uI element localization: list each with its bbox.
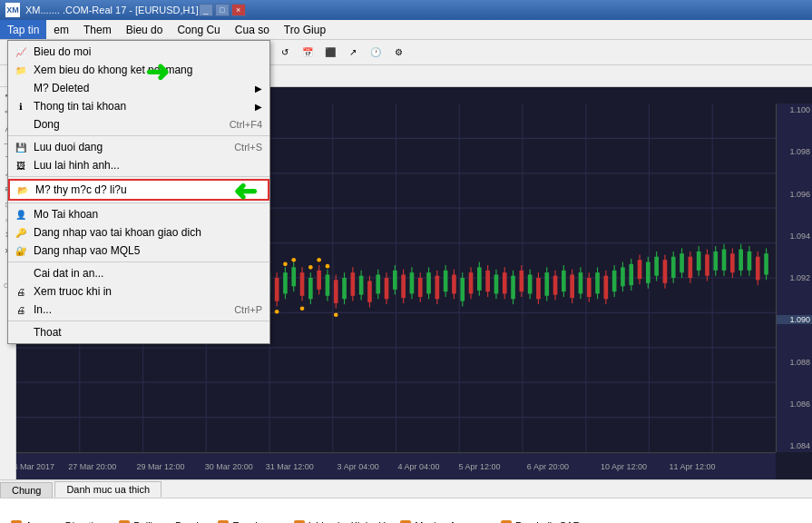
time-9: 10 Apr 12:00 xyxy=(601,462,647,471)
ind-label-3: Ichimoku Kinko H xyxy=(308,520,386,524)
app-logo: XM xyxy=(5,3,20,17)
ind-label-1: Bollinger Bands xyxy=(133,520,203,524)
ind-label-0: Average Direction xyxy=(25,520,104,524)
svg-point-122 xyxy=(232,266,237,271)
svg-point-99 xyxy=(38,222,43,227)
bottom-tabs: Chung Danh muc ua thich xyxy=(0,480,812,498)
minimize-btn[interactable]: _ xyxy=(199,4,213,16)
svg-point-123 xyxy=(241,311,246,315)
svg-point-113 xyxy=(157,312,161,317)
price-axis: 1.100 1.098 1.096 1.094 1.092 1.090 1.08… xyxy=(776,104,812,452)
bottom-panel: Chung Danh muc ua thich f Average Direct… xyxy=(0,479,812,523)
tf-w1[interactable]: W1 xyxy=(191,69,218,84)
ind-icon-0: f xyxy=(11,520,22,524)
tb-indicators[interactable]: 📊 xyxy=(251,42,273,64)
tb-magnet[interactable]: ⬛ xyxy=(319,42,341,64)
sidebar-ellipse[interactable]: ○ xyxy=(1,212,15,227)
tb-arrow[interactable]: ↗ xyxy=(342,42,364,64)
tb-refresh[interactable]: ↺ xyxy=(274,42,296,64)
svg-point-120 xyxy=(216,267,220,271)
time-7: 5 Apr 12:00 xyxy=(459,462,501,471)
svg-point-108 xyxy=(114,237,119,242)
tab-danh-muc[interactable]: Danh muc ua thich xyxy=(54,481,161,498)
tb-new-chart[interactable]: 📈 xyxy=(2,42,24,64)
tb-zoom-in[interactable]: + xyxy=(81,42,103,64)
sidebar-text[interactable]: T xyxy=(1,151,15,165)
price-3: 1.096 xyxy=(777,190,812,199)
menu-congcu[interactable]: Cong Cu xyxy=(170,20,227,39)
menu-bieudo[interactable]: Bieu do xyxy=(119,20,171,39)
maximize-btn[interactable]: □ xyxy=(215,4,230,16)
tb-clock[interactable]: 🕐 xyxy=(365,42,386,64)
tf-d1[interactable]: D1 xyxy=(167,69,191,84)
sidebar-crosshair[interactable]: ✛ xyxy=(1,104,15,119)
tab-chung[interactable]: Chung xyxy=(0,482,53,498)
sidebar-hline[interactable]: — xyxy=(1,135,15,150)
time-6: 4 Apr 04:00 xyxy=(398,462,440,471)
main-area: ↖ ✛ ╱ — T ↗ ≋ □ ○ ⧖ ✕ Cu EURUSD,H1 1.091… xyxy=(0,87,812,479)
svg-point-121 xyxy=(224,260,229,264)
window-controls: _ □ × xyxy=(199,4,246,16)
ind-label-2: Envelopes xyxy=(232,520,279,524)
time-2: 29 Mar 12:00 xyxy=(136,462,184,471)
ind-icon-2: f xyxy=(218,520,229,524)
tb-sep2 xyxy=(77,44,78,62)
menu-them[interactable]: Them xyxy=(76,20,119,39)
sidebar-channel[interactable]: ⧖ xyxy=(1,228,15,242)
svg-point-109 xyxy=(122,297,127,301)
chart-canvas[interactable] xyxy=(16,104,776,452)
svg-point-104 xyxy=(81,283,85,288)
tf-h4[interactable]: H4 xyxy=(142,69,165,84)
indicator-envelopes: f Envelopes xyxy=(210,518,286,524)
indicator-bollinger: f Bollinger Bands xyxy=(112,518,210,524)
tb-save[interactable]: 💾 xyxy=(30,42,52,64)
price-7: 1.088 xyxy=(777,358,812,367)
time-4: 31 Mar 12:00 xyxy=(266,462,314,471)
tb-crosshair[interactable]: ✛ xyxy=(126,42,148,64)
sidebar-delete[interactable]: ✕ xyxy=(1,243,15,258)
chart-info-header: EURUSD,H1 1.09176 1.08948 1.09021 xyxy=(16,87,812,104)
tf-m15[interactable]: M15 xyxy=(55,69,85,84)
menu-em[interactable]: em xyxy=(46,20,76,39)
tb-sep1 xyxy=(26,44,27,62)
tb-zoom-out[interactable]: − xyxy=(103,42,125,64)
tf-h1[interactable]: H1 xyxy=(117,69,141,84)
svg-point-118 xyxy=(199,258,203,262)
price-9: 1.084 xyxy=(777,441,812,450)
tb-periods[interactable]: 📅 xyxy=(297,42,318,64)
svg-point-100 xyxy=(47,220,52,224)
chart-area[interactable]: EURUSD,H1 1.09176 1.08948 1.09021 xyxy=(16,87,812,479)
menu-bar: Tap tin em Them Bieu do Cong Cu Cua so T… xyxy=(0,20,812,40)
svg-point-116 xyxy=(182,272,187,277)
tf-m30[interactable]: M30 xyxy=(86,69,116,84)
menu-cuaso[interactable]: Cua so xyxy=(228,20,277,39)
svg-point-115 xyxy=(173,312,178,317)
svg-point-129 xyxy=(291,258,296,262)
ind-label-4: Moving Average xyxy=(415,520,486,524)
sidebar-cursor[interactable]: ↖ xyxy=(1,89,15,104)
price-8: 1.086 xyxy=(777,400,812,409)
tb-print[interactable]: 🖨 xyxy=(53,42,74,64)
indicator-avg-direction: f Average Direction xyxy=(4,518,112,524)
tb-settings[interactable]: ⚙ xyxy=(387,42,409,64)
sidebar-line[interactable]: ╱ xyxy=(1,120,15,134)
price-5: 1.092 xyxy=(777,273,812,282)
svg-point-103 xyxy=(73,281,77,285)
svg-point-119 xyxy=(207,311,211,315)
svg-point-110 xyxy=(132,260,136,264)
time-axis: 24 Mar 2017 27 Mar 20:00 29 Mar 12:00 30… xyxy=(16,452,776,479)
menu-trogiup[interactable]: Tro Giup xyxy=(277,20,333,39)
tf-m1[interactable]: M1 xyxy=(4,69,28,84)
close-btn[interactable]: × xyxy=(231,4,246,16)
svg-point-106 xyxy=(98,239,103,243)
sidebar-arrow[interactable]: ↗ xyxy=(1,166,15,181)
sidebar-fib[interactable]: ≋ xyxy=(1,182,15,196)
price-2: 1.098 xyxy=(777,147,812,156)
ind-icon-5: f xyxy=(501,520,512,524)
window-title: XM....... .COM-Real 17 - [EURUSD,H1] xyxy=(25,5,199,15)
svg-point-125 xyxy=(258,310,262,314)
sidebar-rect[interactable]: □ xyxy=(1,197,15,212)
tf-mn[interactable]: MN xyxy=(218,69,244,84)
tf-m5[interactable]: M5 xyxy=(29,69,54,84)
menu-taptin[interactable]: Tap tin xyxy=(0,20,46,39)
